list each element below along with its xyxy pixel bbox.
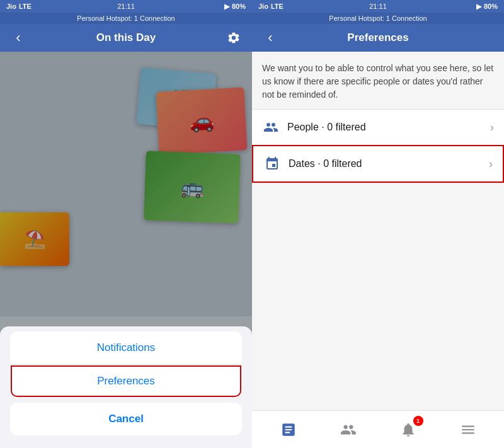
right-nav-title: Preferences <box>347 32 408 44</box>
notifications-sheet-item[interactable]: Notifications <box>10 331 242 365</box>
right-back-button[interactable]: ‹ <box>261 28 280 47</box>
hotspot-label: Personal Hotspot: 1 Connection <box>77 14 175 22</box>
left-hotspot-bar: Personal Hotspot: 1 Connection <box>0 13 252 24</box>
prefs-list: People · 0 filtered › Dates · 0 filtered… <box>252 109 504 183</box>
left-panel: Jio LTE 21:11 ▶ 80% Personal Hotspot: 1 … <box>0 0 252 448</box>
chevron-left-icon: ‹ <box>16 30 20 46</box>
left-nav-bar: ‹ On this Day <box>0 24 252 52</box>
battery-label: 80% <box>232 3 246 10</box>
notification-badge: 1 <box>413 416 423 426</box>
right-status-time: 21:11 <box>369 3 387 10</box>
left-status-right: ▶ 80% <box>224 3 246 11</box>
dates-prefs-item[interactable]: Dates · 0 filtered › <box>252 145 504 183</box>
signal-icon: ▶ <box>224 3 229 11</box>
left-status-bar: Jio LTE 21:11 ▶ 80% <box>0 0 252 13</box>
preferences-label: Preferences <box>97 375 155 387</box>
tab-menu[interactable] <box>449 416 487 444</box>
left-status-time: 21:11 <box>117 3 135 10</box>
cancel-sheet-item[interactable]: Cancel <box>10 403 242 435</box>
menu-tab-icon <box>460 422 476 438</box>
right-network: LTE <box>271 3 284 10</box>
dates-icon <box>263 155 281 173</box>
left-back-button[interactable]: ‹ <box>9 28 28 47</box>
right-status-bar: Jio LTE 21:11 ▶ 80% <box>252 0 504 13</box>
memories-tab-icon <box>280 422 297 438</box>
people-label: People · 0 filtered <box>287 122 490 133</box>
left-status-carrier: Jio LTE <box>6 3 32 10</box>
gear-icon <box>227 31 241 45</box>
cancel-label: Cancel <box>108 413 144 425</box>
dates-chevron-icon: › <box>489 158 493 171</box>
people-chevron-icon: › <box>490 121 494 134</box>
left-main-content: 🌿 🚗 🚌 ⛱️ No Stories Today We'll let you … <box>0 52 252 448</box>
carrier-label: Jio <box>6 3 16 10</box>
bottom-sheet-overlay: Notifications Preferences Cancel <box>0 52 252 448</box>
tab-memories[interactable] <box>270 416 307 444</box>
preferences-content: We want you to be able to control what y… <box>252 52 504 410</box>
right-status-left: Jio LTE <box>258 3 284 10</box>
tab-bar: 1 <box>252 410 504 448</box>
network-label: LTE <box>19 3 32 10</box>
people-svg-icon <box>263 120 278 135</box>
left-nav-title: On this Day <box>96 32 156 44</box>
right-nav-bar: ‹ Preferences <box>252 24 504 52</box>
right-panel: Jio LTE 21:11 ▶ 80% Personal Hotspot: 1 … <box>252 0 504 448</box>
right-hotspot-bar: Personal Hotspot: 1 Connection <box>252 13 504 24</box>
notifications-label: Notifications <box>97 342 156 353</box>
settings-button[interactable] <box>224 28 243 47</box>
right-chevron-left-icon: ‹ <box>268 30 272 46</box>
calendar-svg-icon <box>265 156 280 171</box>
sheet-items-group: Notifications Preferences <box>10 331 242 398</box>
right-hotspot-label: Personal Hotspot: 1 Connection <box>329 14 427 22</box>
right-status-right: ▶ 80% <box>476 3 498 11</box>
dates-label: Dates · 0 filtered <box>289 158 489 169</box>
people-tab-icon <box>340 422 357 438</box>
prefs-description: We want you to be able to control what y… <box>252 52 504 109</box>
people-prefs-item[interactable]: People · 0 filtered › <box>252 110 504 145</box>
right-battery: 80% <box>484 3 498 10</box>
right-signal-icon: ▶ <box>476 3 481 11</box>
bottom-sheet: Notifications Preferences Cancel <box>0 326 252 448</box>
right-carrier: Jio <box>258 3 268 10</box>
tab-people[interactable] <box>329 416 367 444</box>
badge-count: 1 <box>416 418 420 424</box>
tab-notifications[interactable]: 1 <box>389 416 427 444</box>
people-icon <box>262 118 280 136</box>
preferences-sheet-item[interactable]: Preferences <box>10 365 242 398</box>
